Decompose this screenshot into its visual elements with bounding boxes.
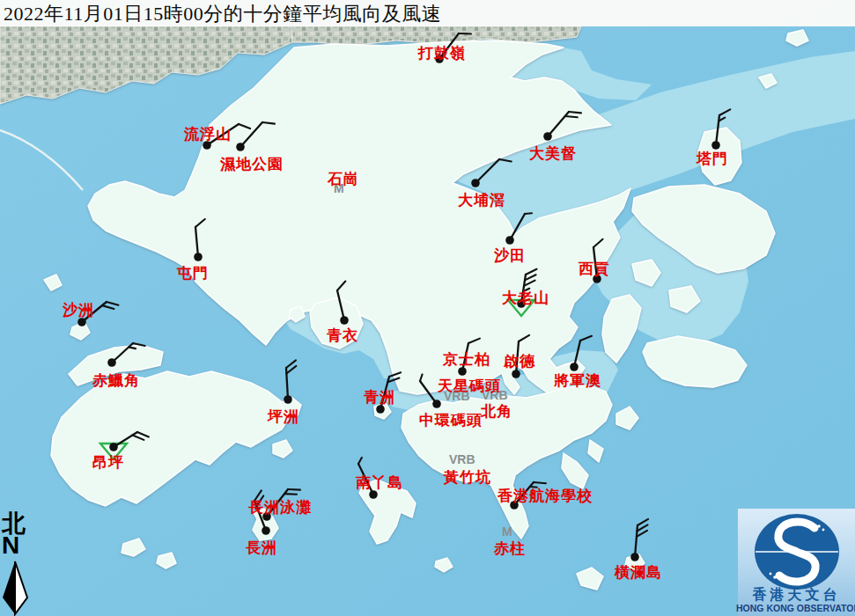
- station-label-stanley: 赤柱: [494, 539, 526, 559]
- station-label-sha-chau: 沙洲: [63, 300, 94, 320]
- station-label-tap-mun: 塔門: [697, 149, 728, 169]
- barb-feather: [284, 494, 297, 495]
- station-label-hk-sea-school: 香港航海學校: [498, 486, 593, 506]
- station-dot: [471, 179, 480, 187]
- station-label-tsing-yi: 青衣: [327, 326, 358, 346]
- station-label-wong-chuk-hang: 黃竹坑: [444, 467, 491, 488]
- station-label-waglan-island: 橫瀾島: [615, 562, 662, 583]
- station-label-ta-kwu-ling: 打鼓嶺: [418, 43, 466, 63]
- hong-kong-map: [0, 0, 855, 616]
- barb-feather: [459, 33, 471, 34]
- station-dot: [630, 553, 639, 561]
- station-label-lamma-island: 南丫島: [356, 473, 403, 493]
- station-label-sai-kung: 西貢: [579, 259, 610, 279]
- station-label-tai-po-kau: 大埔滘: [458, 190, 505, 210]
- station-label-tai-mei-tuk: 大美督: [529, 143, 577, 164]
- station-label-tseung-kwan-o: 將軍澳: [554, 370, 601, 391]
- hko-logo: 香港天文台 HONG KONG OBSERVATORY: [738, 509, 855, 616]
- station-marker-stanley: M: [502, 524, 512, 539]
- station-label-sha-tin: 沙田: [494, 246, 526, 266]
- wind-map-screen: 2022年11月01日15時00分的十分鐘平均風向及風速 打鼓嶺流浮山濕地公園石…: [0, 0, 855, 616]
- page-title: 2022年11月01日15時00分的十分鐘平均風向及風速: [4, 1, 441, 27]
- title-bar: 2022年11月01日15時00分的十分鐘平均風向及風速: [0, 0, 855, 26]
- station-dot: [194, 253, 203, 261]
- station-label-chek-lap-kok: 赤鱲角: [92, 370, 140, 391]
- station-label-shek-kong: 石崗: [328, 169, 359, 189]
- station-dot: [107, 358, 116, 367]
- station-dot: [340, 316, 349, 325]
- station-label-star-ferry-pier: 天星碼頭: [438, 376, 501, 396]
- barb-feather: [288, 489, 300, 490]
- station-label-wetland-park: 濕地公園: [220, 154, 284, 174]
- station-dot: [505, 236, 514, 245]
- station-label-green-island: 青洲: [364, 387, 395, 407]
- barb-feather: [565, 116, 578, 117]
- compass: 北 N: [2, 512, 33, 556]
- barb-feather: [534, 482, 546, 483]
- station-label-tates-cairn: 大老山: [502, 288, 549, 308]
- station-label-kai-tak: 啟德: [504, 351, 535, 371]
- station-dot: [284, 395, 292, 404]
- station-label-peng-chau: 坪洲: [268, 407, 299, 427]
- station-label-lau-fau-shan: 流浮山: [184, 124, 232, 144]
- station-dot: [109, 443, 118, 451]
- station-dot: [236, 143, 245, 151]
- station-label-kings-park: 京士柏: [443, 349, 490, 370]
- barb-feather: [525, 213, 532, 214]
- station-label-central-pier: 中環碼頭: [419, 410, 483, 430]
- station-label-cheung-chau: 長洲: [246, 538, 277, 558]
- barb-feather: [569, 112, 581, 113]
- hko-logo-name-en: HONG KONG OBSERVATORY: [736, 603, 855, 613]
- station-dot: [543, 132, 552, 141]
- station-label-ngong-ping: 昂坪: [92, 452, 124, 473]
- hko-logo-name-cn: 香港天文台: [738, 586, 855, 605]
- station-label-tuen-mun: 屯門: [177, 263, 209, 283]
- station-dot: [432, 400, 441, 408]
- station-label-north-point: 北角: [481, 401, 512, 422]
- station-marker-wong-chuk-hang: VRB: [449, 452, 475, 466]
- station-dot: [262, 526, 270, 535]
- station-label-cheung-chau-beach: 長洲泳灘: [248, 497, 312, 517]
- compass-north-letter: N: [2, 535, 33, 556]
